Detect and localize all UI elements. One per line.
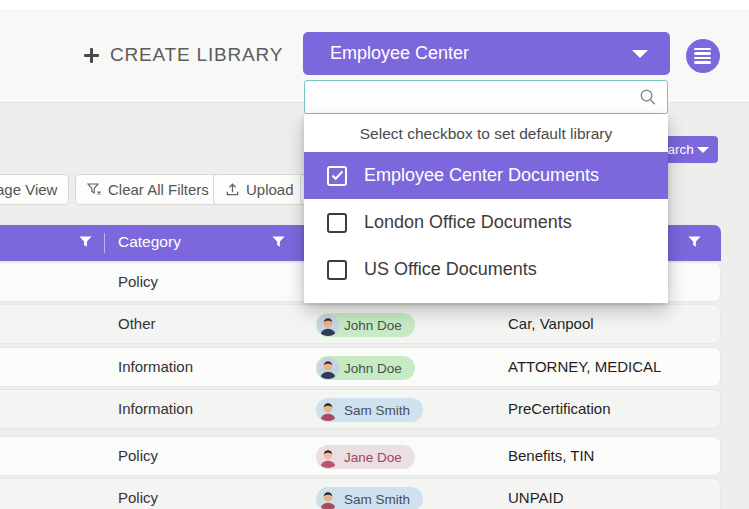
assignee-name: Sam Smith <box>344 403 410 418</box>
library-selector-dropdown[interactable]: Employee Center <box>303 32 670 75</box>
library-option[interactable]: US Office Documents <box>304 246 668 293</box>
assignee-badge: John Doe <box>316 356 415 380</box>
table-row[interactable]: Policy Sam Smith UNPAID <box>0 478 721 509</box>
checkbox[interactable] <box>327 260 347 280</box>
avatar <box>317 314 339 336</box>
list-menu-icon <box>694 48 711 66</box>
upload-button[interactable]: Upload <box>213 174 306 205</box>
table-row[interactable]: Policy Jane Doe Benefits, TIN <box>0 436 721 476</box>
keywords-cell: PreCertification <box>508 400 611 417</box>
assignee-badge: Sam Smith <box>316 398 423 422</box>
library-option-label: London Office Documents <box>364 212 572 233</box>
assignee-name: Jane Doe <box>344 450 402 465</box>
create-library-label: CREATE LIBRARY <box>110 44 283 66</box>
category-cell: Information <box>118 358 193 375</box>
filter-clear-icon <box>87 183 102 197</box>
page-view-label: Page View <box>0 181 57 198</box>
keywords-cell: UNPAID <box>508 489 564 506</box>
column-header-category: Category <box>118 233 181 251</box>
checkbox[interactable] <box>327 166 347 186</box>
window-top-strip <box>0 0 749 9</box>
avatar <box>317 446 339 468</box>
checkbox[interactable] <box>327 213 347 233</box>
category-cell: Policy <box>118 489 158 506</box>
upload-icon <box>225 182 240 197</box>
assignee-badge: Sam Smith <box>316 487 423 509</box>
chevron-down-icon <box>632 50 648 58</box>
search-icon <box>638 88 657 107</box>
keywords-cell: Benefits, TIN <box>508 447 594 464</box>
avatar <box>317 488 339 509</box>
table-row[interactable]: Information Sam Smith PreCertification <box>0 389 721 429</box>
page-view-button[interactable]: Page View <box>0 174 69 205</box>
plus-icon <box>84 48 99 63</box>
library-search-input[interactable] <box>304 80 668 114</box>
filter-icon-category[interactable] <box>272 236 285 248</box>
filter-icon-col4[interactable] <box>688 236 701 248</box>
table-row[interactable]: Information John Doe ATTORNEY, MEDICAL <box>0 347 721 387</box>
assignee-name: John Doe <box>344 361 402 376</box>
category-cell: Policy <box>118 447 158 464</box>
library-option[interactable]: London Office Documents <box>304 199 668 246</box>
category-cell: Information <box>118 400 193 417</box>
avatar <box>317 399 339 421</box>
dropdown-caption: Select checkbox to set default library <box>304 114 668 152</box>
keywords-cell: ATTORNEY, MEDICAL <box>508 358 661 375</box>
chevron-down-icon <box>697 147 709 153</box>
filter-icon-col1[interactable] <box>79 236 92 248</box>
library-options-list: Employee Center Documents London Office … <box>304 152 668 293</box>
keywords-cell: Car, Vanpool <box>508 315 594 332</box>
library-option[interactable]: Employee Center Documents <box>304 152 668 199</box>
library-dropdown-panel: Select checkbox to set default library E… <box>304 80 668 303</box>
clear-all-filters-button[interactable]: Clear All Filters <box>75 174 221 205</box>
menu-button[interactable] <box>686 39 720 73</box>
upload-label: Upload <box>246 181 294 198</box>
create-library-button[interactable]: CREATE LIBRARY <box>84 44 283 66</box>
library-option-label: US Office Documents <box>364 259 537 280</box>
clear-all-filters-label: Clear All Filters <box>108 181 209 198</box>
avatar <box>317 357 339 379</box>
library-option-label: Employee Center Documents <box>364 165 599 186</box>
category-cell: Other <box>118 315 156 332</box>
assignee-name: John Doe <box>344 318 402 333</box>
library-selector-value: Employee Center <box>330 43 469 63</box>
assignee-badge: Jane Doe <box>316 445 415 469</box>
assignee-badge: John Doe <box>316 313 415 337</box>
table-row[interactable]: Other John Doe Car, Vanpool <box>0 304 721 344</box>
column-divider <box>104 233 105 253</box>
category-cell: Policy <box>118 273 158 290</box>
assignee-name: Sam Smith <box>344 492 410 507</box>
